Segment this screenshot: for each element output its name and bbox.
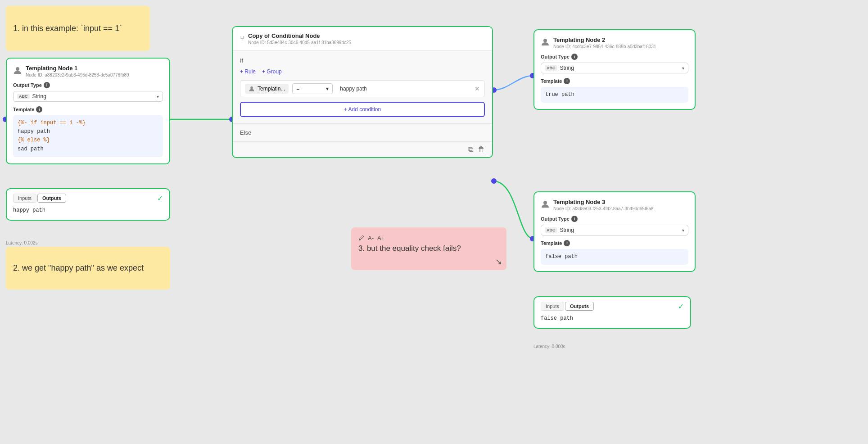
rule-buttons: + Rule + Group [240, 68, 485, 75]
if-label: If [240, 57, 485, 64]
sticky-note-2-text: 2. we get "happy path" as we expect [13, 263, 144, 273]
io-tab-group-1: Inputs Outputs [13, 194, 66, 203]
sticky-note-3: 🖊 A- A+ 3. but the equality check fails?… [351, 227, 506, 270]
rule-field-text: Templatin... [258, 86, 285, 92]
add-condition-btn[interactable]: + Add condition [240, 102, 485, 117]
conditional-node: ⑂ Copy of Conditional Node Node ID: 5d3e… [232, 26, 493, 158]
template-content-2[interactable]: true path [541, 87, 688, 103]
cond-header: ⑂ Copy of Conditional Node Node ID: 5d3e… [233, 27, 492, 51]
info-icon-template-2: i [564, 78, 570, 84]
templating-node-2: Templating Node 2 Node ID: 4cdcc3e7-9854… [533, 29, 696, 110]
sticky-note-2: 2. we get "happy path" as we expect [6, 247, 170, 290]
node-2-header: Templating Node 2 Node ID: 4cdcc3e7-9854… [541, 36, 688, 49]
node-3-header: Templating Node 3 Node ID: af3d8e03-f253… [541, 199, 688, 211]
output-type-label-2: Output Type i [541, 54, 688, 60]
io-tabs-1: Inputs Outputs ✓ [13, 194, 163, 203]
output-type-label-1: Output Type i [13, 82, 163, 88]
user-icon-3 [541, 199, 550, 208]
node-2-title: Templating Node 2 [553, 36, 656, 43]
rule-op[interactable]: = ▾ [292, 83, 333, 94]
tab-inputs-2[interactable]: Inputs [541, 302, 564, 311]
io-panel-1: Inputs Outputs ✓ happy path [6, 188, 170, 221]
output-type-row-2[interactable]: ABC String ▾ [541, 63, 688, 73]
type-value-3: String [560, 227, 680, 233]
sticky3-smaller: A- [368, 235, 374, 241]
sticky-note-1: 1. in this example: `input == 1` [6, 6, 150, 51]
op-arrow: ▾ [326, 86, 329, 92]
rule-field[interactable]: Templatin... [245, 84, 289, 94]
sticky3-toolbar: 🖊 A- A+ [358, 235, 499, 241]
check-icon-2: ✓ [678, 302, 684, 311]
output-type-row-1[interactable]: ABC String ▾ [13, 91, 163, 102]
cond-footer: ⧉ 🗑 [233, 141, 492, 157]
branch-icon: ⑂ [240, 35, 244, 43]
io-panel-2: Inputs Outputs ✓ false path [533, 296, 691, 329]
canvas: 1. in this example: `input == 1` Templat… [0, 0, 868, 444]
io-value-2: false path [541, 315, 684, 322]
type-value-2: String [560, 65, 680, 71]
node-1-header: Templating Node 1 Node ID: a88203c2-9ab3… [13, 65, 163, 77]
rule-delete-btn[interactable]: ✕ [475, 85, 480, 92]
user-icon-2 [541, 37, 550, 46]
latency-2: Latency: 0.000s [533, 344, 565, 349]
info-icon-3: i [571, 216, 578, 222]
node-2-id: Node ID: 4cdcc3e7-9854-436c-888b-a0d3baf… [553, 44, 656, 49]
type-badge-2: ABC [545, 65, 557, 71]
node-3-title: Templating Node 3 [553, 199, 653, 205]
cond-id: Node ID: 5d3e484c-30c6-40d5-aa1f-81ba869… [248, 40, 351, 45]
info-icon-template-3: i [564, 240, 570, 246]
output-type-label-3: Output Type i [541, 216, 688, 222]
cond-body: If + Rule + Group Templatin... = ▾ ✕ + A… [233, 51, 492, 123]
rule-op-text: = [296, 86, 299, 92]
io-tab-group-2: Inputs Outputs [541, 302, 594, 311]
check-icon-1: ✓ [157, 194, 163, 203]
node-1-title: Templating Node 1 [26, 65, 129, 72]
type-value-1: String [32, 93, 154, 100]
template-label-2: Template i [541, 78, 688, 84]
sticky3-larger: A+ [377, 235, 384, 241]
info-icon-1: i [44, 82, 50, 88]
output-type-row-3[interactable]: ABC String ▾ [541, 225, 688, 236]
templating-node-1: Templating Node 1 Node ID: a88203c2-9ab3… [6, 58, 170, 164]
tab-outputs-2[interactable]: Outputs [565, 302, 594, 311]
sticky3-resize[interactable]: ↘ [495, 257, 502, 267]
template-value-2: true path [545, 91, 574, 98]
template-content-1[interactable]: {%- if input == 1 -%} happy path {% else… [13, 115, 163, 157]
io-tabs-2: Inputs Outputs ✓ [541, 302, 684, 311]
else-section: Else [233, 123, 492, 141]
svg-point-12 [543, 201, 547, 204]
info-icon-template-1: i [36, 106, 42, 113]
delete-btn[interactable]: 🗑 [478, 145, 485, 154]
user-icon [13, 66, 22, 75]
node-1-id: Node ID: a88203c2-9ab3-495d-8253-dc5a077… [26, 72, 129, 77]
template-label-1: Template i [13, 106, 163, 113]
svg-point-9 [16, 67, 19, 71]
template-label-3: Template i [541, 240, 688, 246]
template-content-3[interactable]: false path [541, 249, 688, 265]
group-btn[interactable]: + Group [262, 68, 282, 75]
type-badge-3: ABC [545, 227, 557, 233]
type-badge-1: ABC [17, 94, 30, 99]
rule-value-input[interactable] [336, 84, 471, 94]
info-icon-2: i [571, 54, 578, 60]
tab-outputs-1[interactable]: Outputs [37, 194, 66, 203]
dropdown-arrow-1: ▾ [157, 94, 159, 99]
tab-inputs-1[interactable]: Inputs [13, 194, 36, 203]
template-value-3: false path [545, 254, 578, 260]
sticky3-icon: 🖊 [358, 235, 364, 241]
else-label: Else [240, 129, 251, 136]
cond-title: Copy of Conditional Node [248, 32, 351, 39]
node-3-id: Node ID: af3d8e03-f253-4f42-8aa7-3b49dd6… [553, 206, 653, 211]
svg-point-4 [491, 178, 497, 184]
svg-point-11 [543, 39, 547, 42]
io-value-1: happy path [13, 207, 163, 213]
sticky-note-1-text: 1. in this example: `input == 1` [13, 24, 122, 33]
copy-btn[interactable]: ⧉ [468, 145, 473, 154]
rule-row: Templatin... = ▾ ✕ [240, 80, 485, 97]
svg-point-10 [250, 86, 253, 89]
latency-1: Latency: 0.002s [6, 240, 38, 245]
sticky-note-3-text: 3. but the equality check fails? [358, 244, 461, 253]
rule-btn[interactable]: + Rule [240, 68, 256, 75]
dropdown-arrow-3: ▾ [682, 228, 684, 233]
field-icon [249, 86, 255, 92]
